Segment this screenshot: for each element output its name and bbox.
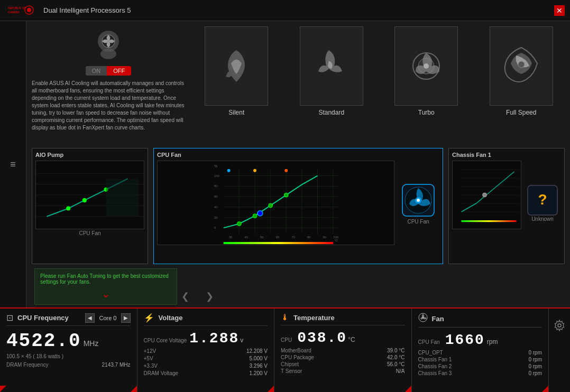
chassis2-row: Chassis Fan 2 0 rpm <box>418 363 543 369</box>
svg-text:40: 40 <box>244 236 248 239</box>
mb-temp-row: MotherBoard 39.0 °C <box>281 348 405 353</box>
preset-silent-box[interactable] <box>205 26 268 106</box>
preset-silent[interactable]: Silent <box>202 26 271 116</box>
rog-logo: REPUBLIC OF GAMERS <box>5 3 37 18</box>
cpu-freq-section: ⊡ CPU Frequency ◀ Core 0 ▶ 4522.0 MHz 10… <box>0 309 137 392</box>
core-label: Core 0 <box>99 315 116 321</box>
cpu-fan-chart[interactable]: % 100 80 60 40 20 0 <box>157 161 394 245</box>
v3-value: 3.296 V <box>250 363 268 369</box>
cpu-core-voltage-unit: v <box>240 337 243 344</box>
v12-value: 12.208 V <box>246 348 268 354</box>
svg-text:%: % <box>214 164 217 168</box>
v5-row: +5V 5.000 V <box>144 356 268 361</box>
cpu-opt-row: CPU_OPT 0 rpm <box>418 350 543 356</box>
v3-row: +3.3V 3.296 V <box>144 363 268 369</box>
cpu-fan-speed-label: CPU Fan <box>418 339 440 345</box>
svg-text:°C: °C <box>334 239 338 242</box>
cpu-freq-icon: ⊡ <box>6 313 13 323</box>
svg-point-45 <box>237 222 241 226</box>
svg-point-18 <box>66 206 70 210</box>
settings-icon[interactable] <box>553 319 566 332</box>
preset-icons-row: Silent Standard <box>193 26 565 132</box>
preset-turbo-label: Turbo <box>418 109 435 116</box>
freq-nav: ◀ Core 0 ▶ <box>85 313 130 323</box>
fan-presets: Silent Standard <box>193 26 565 143</box>
preset-standard[interactable]: Standard <box>297 26 366 116</box>
sidebar-collapse[interactable]: ≡ <box>5 154 21 175</box>
voltage-header: ⚡ Voltage <box>144 313 268 326</box>
aio-pump-fan-label: CPU Fan <box>35 230 144 236</box>
close-button[interactable]: ✕ <box>554 5 565 16</box>
cpu-temp-label: CPU <box>281 337 292 343</box>
preset-full-speed[interactable]: Full Speed <box>487 26 556 116</box>
fan-speed-icon <box>418 313 428 324</box>
svg-point-70 <box>483 193 487 197</box>
chassis2-value: 0 rpm <box>528 363 542 369</box>
aio-pump-chart[interactable] <box>35 161 144 229</box>
t-sensor-label: T Sensor <box>281 368 302 374</box>
chassis-fan1-section: Chassis Fan 1 <box>448 148 565 264</box>
fan-speed-title: Fan <box>432 315 444 323</box>
toggle-on-button[interactable]: ON <box>86 66 107 76</box>
temp-header: 🌡 Temperature <box>281 313 405 325</box>
nav-left-arrow[interactable]: ❮ <box>177 290 194 303</box>
preset-turbo-box[interactable] <box>394 26 458 106</box>
svg-point-12 <box>518 61 525 68</box>
preset-turbo[interactable]: Turbo <box>392 26 461 116</box>
t-sensor-value: N/A <box>396 368 405 374</box>
ai-cooling-icon <box>32 26 185 63</box>
svg-text:20: 20 <box>214 216 218 219</box>
cpu-freq-sub: 100.5 × 45 ( 18.6 watts ) <box>6 353 131 359</box>
dram-freq-label: DRAM Frequency <box>6 362 48 368</box>
app-title: Dual Intelligent Processors 5 <box>43 6 131 14</box>
corner-decoration <box>131 386 137 392</box>
aio-pump-section: AIO Pump <box>32 148 148 264</box>
v5-label: +5V <box>144 356 153 361</box>
aio-pump-title: AIO Pump <box>35 152 144 158</box>
svg-text:40: 40 <box>214 206 218 209</box>
cpu-freq-unit: MHz <box>84 339 99 348</box>
main-content: ≡ <box>0 21 570 307</box>
svg-point-6 <box>100 49 116 59</box>
temp-title: Temperature <box>293 314 335 322</box>
cpu-temp-row: CPU 038.0 °C <box>281 330 405 346</box>
voltage-title: Voltage <box>159 314 183 322</box>
chassis-fan1-label: Unknown <box>531 216 554 222</box>
cpu-freq-title: CPU Frequency <box>17 314 69 322</box>
svg-text:100: 100 <box>214 174 220 178</box>
svg-text:90: 90 <box>323 236 326 239</box>
svg-text:80: 80 <box>307 236 311 239</box>
freq-nav-right[interactable]: ▶ <box>121 313 131 323</box>
cpu-core-voltage-label: CPU Core Voltage <box>144 338 187 343</box>
temp-icon: 🌡 <box>281 313 289 322</box>
toggle-off-button[interactable]: OFF <box>107 66 131 76</box>
svg-text:80: 80 <box>214 184 218 188</box>
chassis3-label: Chassis Fan 3 <box>418 370 452 376</box>
preset-standard-box[interactable] <box>300 26 363 106</box>
svg-text:60: 60 <box>276 236 280 239</box>
v12-row: +12V 12.208 V <box>144 348 268 354</box>
temperature-section: 🌡 Temperature CPU 038.0 °C MotherBoard 3… <box>274 309 412 392</box>
v3-label: +3.3V <box>144 363 158 369</box>
notification-text: Please run Fan Auto Tuning to get the be… <box>40 273 169 285</box>
svg-text:GAMERS: GAMERS <box>8 11 20 14</box>
status-bar: ⊡ CPU Frequency ◀ Core 0 ▶ 4522.0 MHz 10… <box>0 307 570 392</box>
ai-description: Enable ASUS AI Cooling will automaticall… <box>32 80 185 132</box>
chassis-fan1-chart[interactable] <box>452 161 521 229</box>
voltage-section: ⚡ Voltage CPU Core Voltage 1.288 v +12V … <box>137 309 275 392</box>
v5-value: 5.000 V <box>250 356 268 361</box>
svg-point-19 <box>82 198 87 202</box>
svg-text:REPUBLIC OF: REPUBLIC OF <box>8 6 26 10</box>
cpu-fan-section: CPU Fan % 100 80 60 40 20 0 <box>153 148 443 264</box>
cpu-opt-value: 0 rpm <box>528 350 542 356</box>
chipset-value: 56.0 °C <box>387 361 404 367</box>
notification-box: Please run Fan Auto Tuning to get the be… <box>34 268 177 305</box>
nav-right-arrow[interactable]: ❯ <box>201 290 218 303</box>
dram-voltage-value: 1.200 V <box>250 370 268 376</box>
preset-full-speed-box[interactable] <box>490 26 553 106</box>
v12-label: +12V <box>144 348 157 354</box>
down-chevron: ⌄ <box>40 287 171 300</box>
voltage-icon: ⚡ <box>144 313 154 323</box>
mb-temp-label: MotherBoard <box>281 348 311 353</box>
freq-nav-left[interactable]: ◀ <box>85 313 95 323</box>
